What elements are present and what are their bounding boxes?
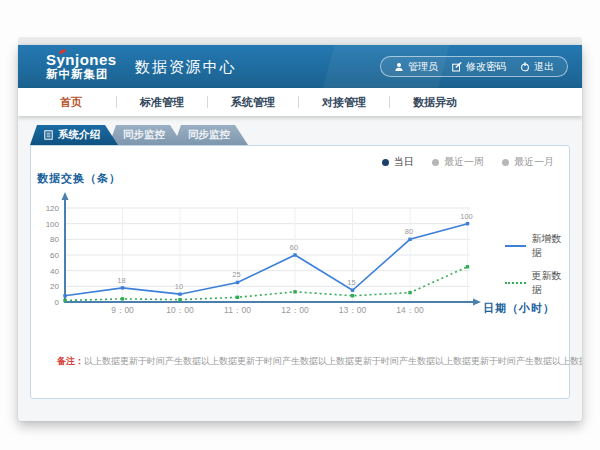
radio-dot-icon — [502, 159, 509, 166]
nav-item-system-management[interactable]: 系统管理 — [220, 95, 286, 110]
logo-brand-text: Synjones — [46, 52, 117, 69]
chart-panel: 当日 最近一周 最近一月 数据交换（条） 0204060801001209：00… — [30, 145, 570, 399]
logout-button[interactable]: 退出 — [520, 60, 554, 74]
filter-today[interactable]: 当日 — [382, 155, 414, 169]
filter-label: 当日 — [394, 155, 414, 169]
svg-text:120: 120 — [46, 204, 60, 213]
solid-line-swatch-icon — [505, 245, 526, 247]
tab-bar: 系统介绍 同步监控 同步监控 — [30, 125, 248, 145]
svg-text:100: 100 — [46, 220, 60, 229]
footnote-label: 备注： — [57, 356, 84, 366]
change-password-button[interactable]: 修改密码 — [452, 60, 506, 74]
main-nav: 首页 标准管理 系统管理 对接管理 数据异动 — [18, 88, 582, 116]
nav-divider — [298, 96, 299, 108]
svg-text:80: 80 — [405, 227, 413, 236]
svg-text:10：00: 10：00 — [166, 305, 194, 315]
svg-text:100: 100 — [460, 212, 473, 221]
line-chart: 0204060801001209：0010：0011：0012：0013：001… — [33, 190, 513, 325]
current-user[interactable]: 管理员 — [394, 60, 438, 74]
nav-divider — [207, 96, 208, 108]
chart-legend: 新增数据 更新数据 — [505, 232, 569, 297]
legend-label: 更新数据 — [532, 269, 569, 297]
svg-text:60: 60 — [50, 251, 59, 260]
nav-item-data-change[interactable]: 数据异动 — [402, 95, 468, 110]
logout-label: 退出 — [534, 60, 554, 74]
app-header: Synjones 新中新集团 数据资源中心 管理员 修改密码 — [18, 45, 582, 88]
tab-sync-monitor-1[interactable]: 同步监控 — [109, 125, 183, 145]
tab-label: 同步监控 — [188, 128, 230, 142]
legend-item-new-data: 新增数据 — [505, 232, 569, 260]
logo-company-name: 新中新集团 — [46, 68, 117, 81]
x-axis-title: 日期（小时） — [483, 301, 555, 316]
nav-item-home[interactable]: 首页 — [38, 95, 104, 110]
svg-text:40: 40 — [50, 267, 59, 276]
radio-dot-icon — [382, 159, 389, 166]
user-toolbar: 管理员 修改密码 退出 — [380, 56, 568, 77]
app-window: Synjones 新中新集团 数据资源中心 管理员 修改密码 — [18, 45, 582, 421]
filter-last-month[interactable]: 最近一月 — [502, 155, 554, 169]
svg-text:12：00: 12：00 — [281, 305, 309, 315]
nav-item-standard-management[interactable]: 标准管理 — [129, 95, 195, 110]
svg-text:15: 15 — [347, 278, 355, 287]
tab-label: 系统介绍 — [58, 128, 100, 142]
company-logo: Synjones 新中新集团 — [46, 52, 117, 81]
svg-text:20: 20 — [50, 282, 59, 291]
radio-dot-icon — [432, 159, 439, 166]
legend-label: 新增数据 — [532, 232, 569, 260]
page-title: 数据资源中心 — [135, 58, 237, 77]
edit-icon — [452, 62, 462, 72]
user-icon — [394, 62, 404, 72]
svg-text:9：00: 9：00 — [111, 305, 134, 315]
filter-label: 最近一周 — [444, 155, 484, 169]
svg-text:10: 10 — [175, 282, 183, 291]
nav-divider — [116, 96, 117, 108]
document-icon — [44, 130, 53, 140]
content-area: 系统介绍 同步监控 同步监控 当日 最近一周 — [18, 116, 582, 421]
tab-label: 同步监控 — [123, 128, 165, 142]
y-axis-title: 数据交换（条） — [37, 171, 121, 186]
svg-text:11：00: 11：00 — [224, 305, 251, 315]
tab-system-introduction[interactable]: 系统介绍 — [30, 125, 118, 145]
nav-item-connection-management[interactable]: 对接管理 — [311, 95, 377, 110]
power-icon — [520, 62, 530, 72]
filter-last-week[interactable]: 最近一周 — [432, 155, 484, 169]
svg-text:18: 18 — [117, 276, 125, 285]
footnote: 备注：以上数据更新于时间产生数据以上数据更新于时间产生数据以上数据更新于时间产生… — [57, 355, 557, 368]
svg-text:25: 25 — [232, 270, 240, 279]
svg-text:60: 60 — [290, 243, 298, 252]
filter-label: 最近一月 — [514, 155, 554, 169]
user-name-label: 管理员 — [408, 60, 438, 74]
svg-text:14：00: 14：00 — [396, 305, 424, 315]
change-password-label: 修改密码 — [466, 60, 506, 74]
footnote-text: 以上数据更新于时间产生数据以上数据更新于时间产生数据以上数据更新于时间产生数据以… — [84, 356, 582, 366]
nav-divider — [389, 96, 390, 108]
legend-item-updated-data: 更新数据 — [505, 269, 569, 297]
dotted-line-swatch-icon — [505, 282, 526, 284]
svg-text:0: 0 — [55, 298, 60, 307]
svg-text:13：00: 13：00 — [339, 305, 367, 315]
time-range-filters: 当日 最近一周 最近一月 — [382, 155, 554, 169]
svg-text:80: 80 — [50, 235, 59, 244]
tab-sync-monitor-2[interactable]: 同步监控 — [174, 125, 248, 145]
